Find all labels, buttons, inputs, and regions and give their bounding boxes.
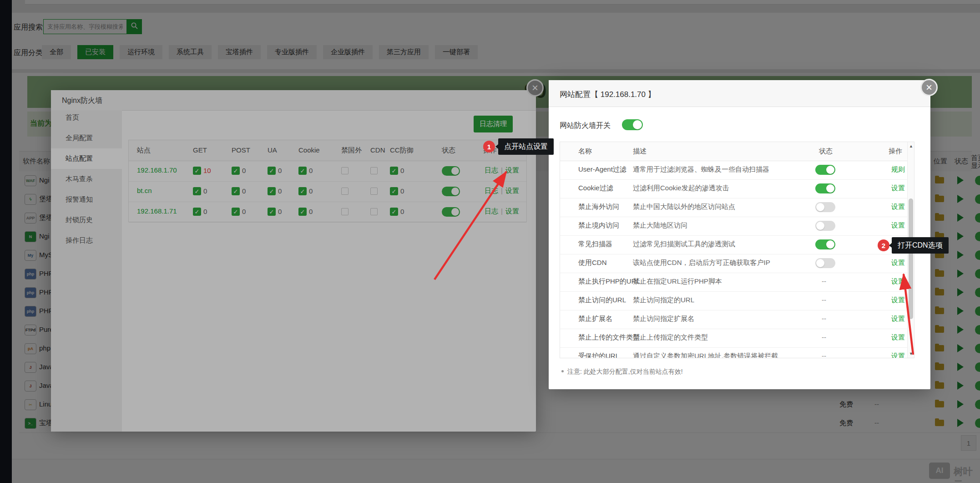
- rule-state-none: --: [822, 315, 826, 322]
- rule-name: 禁止海外访问: [578, 203, 619, 211]
- site-rules-table: 名称 描述 状态 操作 User-Agent过滤通常用于过滤浏览器、蜘蛛及一些自…: [560, 142, 914, 358]
- rule-description: 过滤利用Cookie发起的渗透攻击: [633, 184, 729, 193]
- settings-link[interactable]: 设置: [891, 296, 905, 304]
- rule-name: Cookie过滤: [578, 184, 613, 193]
- rule-description: 禁止大陆地区访问: [633, 221, 687, 230]
- rule-description: 通过自定义参数加密URL地址,参数错误将被拦截: [633, 352, 778, 358]
- settings-link[interactable]: 设置: [891, 333, 905, 341]
- rule-description: 通常用于过滤浏览器、蜘蛛及一些自动扫描器: [633, 165, 769, 174]
- rule-description: 禁止在指定URL运行PHP脚本: [633, 277, 722, 286]
- close-icon: ×: [926, 82, 932, 93]
- col-action-header: 操作: [889, 147, 902, 156]
- site-firewall-switch-label: 网站防火墙开关: [560, 121, 611, 131]
- bt-panel-app-store-page: { "colors": { "primary_green": "#20a53a"…: [0, 0, 980, 483]
- col-status-header: 状态: [819, 147, 833, 156]
- scroll-down-icon[interactable]: ▼: [908, 351, 914, 357]
- rule-row: 使用CDN该站点使用CDN，启动后方可正确获取客户IP设置: [560, 254, 914, 273]
- rule-toggle[interactable]: [815, 202, 835, 212]
- rule-action: 设置: [874, 277, 905, 286]
- site-modal-close-button[interactable]: ×: [920, 79, 938, 96]
- rule-name: 禁止访问的URL: [578, 296, 626, 305]
- settings-link[interactable]: 设置: [891, 352, 905, 358]
- rule-description: 过滤常见扫描测试工具的渗透测试: [633, 240, 735, 249]
- rule-action: 规则: [874, 165, 905, 174]
- rule-name: 禁止上传的文件类型: [578, 333, 640, 342]
- rule-row: 禁止扩展名禁止访问指定扩展名--设置: [560, 310, 914, 329]
- rule-row: 受保护的URL通过自定义参数加密URL地址,参数错误将被拦截--设置: [560, 347, 914, 358]
- rule-action: 设置: [874, 184, 905, 193]
- scroll-up-icon[interactable]: ▲: [908, 143, 914, 149]
- rule-name: 禁止执行PHP的URL: [578, 277, 640, 286]
- col-desc-header: 描述: [633, 147, 647, 156]
- site-config-note: 注意: 此处大部分配置,仅对当前站点有效!: [561, 368, 683, 376]
- rule-toggle[interactable]: [815, 258, 835, 268]
- rule-row: 禁止上传的文件类型禁止上传指定的文件类型--设置: [560, 329, 914, 348]
- rule-row: 禁止海外访问禁止中国大陆以外的地区访问站点设置: [560, 198, 914, 217]
- rule-row: User-Agent过滤通常用于过滤浏览器、蜘蛛及一些自动扫描器规则: [560, 161, 914, 180]
- settings-link[interactable]: 设置: [891, 259, 905, 266]
- rules-link[interactable]: 规则: [891, 165, 905, 173]
- rule-toggle[interactable]: [815, 239, 835, 249]
- rule-name: 受保护的URL: [578, 352, 619, 358]
- rule-toggle[interactable]: [815, 165, 835, 175]
- rule-state-none: --: [822, 277, 826, 285]
- settings-link[interactable]: 设置: [891, 277, 905, 285]
- rule-action: 设置: [874, 352, 905, 358]
- rule-row: 常见扫描器过滤常见扫描测试工具的渗透测试设置: [560, 235, 914, 254]
- scrollbar-thumb[interactable]: [909, 198, 913, 319]
- rule-state-none: --: [822, 333, 826, 341]
- rule-row: Cookie过滤过滤利用Cookie发起的渗透攻击设置: [560, 179, 914, 198]
- settings-link[interactable]: 设置: [891, 184, 905, 192]
- rule-row: 禁止执行PHP的URL禁止在指定URL运行PHP脚本--设置: [560, 273, 914, 292]
- rule-name: 使用CDN: [578, 259, 607, 267]
- site-firewall-switch-toggle[interactable]: [622, 119, 643, 130]
- rule-action: 设置: [874, 259, 905, 267]
- site-modal-title: 网站配置【 192.168.1.70 】: [560, 89, 656, 100]
- settings-link[interactable]: 设置: [891, 315, 905, 322]
- rule-name: 常见扫描器: [578, 240, 612, 249]
- rule-name: User-Agent过滤: [578, 165, 626, 174]
- col-name-header: 名称: [578, 147, 592, 156]
- table-scrollbar[interactable]: ▲ ▼: [907, 142, 914, 358]
- rule-description: 禁止访问指定的URL: [633, 296, 694, 305]
- site-config-modal: 网站配置【 192.168.1.70 】 × 网站防火墙开关 名称 描述 状态 …: [549, 80, 930, 389]
- rule-description: 禁止访问指定扩展名: [633, 315, 694, 323]
- rule-state-none: --: [822, 352, 826, 358]
- rule-row: 禁止境内访问禁止大陆地区访问设置: [560, 217, 914, 236]
- settings-link[interactable]: 设置: [891, 203, 905, 210]
- site-modal-header: 网站配置【 192.168.1.70 】: [549, 80, 930, 107]
- rule-toggle[interactable]: [815, 183, 835, 193]
- rule-row: 禁止访问的URL禁止访问指定的URL--设置: [560, 291, 914, 310]
- rule-action: 设置: [874, 240, 905, 249]
- rule-action: 设置: [874, 315, 905, 323]
- rule-description: 该站点使用CDN，启动后方可正确获取客户IP: [633, 259, 770, 267]
- settings-link[interactable]: 设置: [891, 240, 905, 248]
- rule-toggle[interactable]: [815, 221, 835, 231]
- rule-action: 设置: [874, 333, 905, 342]
- rule-state-none: --: [822, 296, 826, 304]
- rule-description: 禁止上传指定的文件类型: [633, 333, 708, 342]
- settings-link[interactable]: 设置: [891, 221, 905, 229]
- site-rules-table-header: 名称 描述 状态 操作: [560, 142, 914, 161]
- rule-action: 设置: [874, 203, 905, 211]
- rule-description: 禁止中国大陆以外的地区访问站点: [633, 203, 735, 211]
- rule-action: 设置: [874, 296, 905, 305]
- rule-name: 禁止扩展名: [578, 315, 612, 323]
- rule-name: 禁止境内访问: [578, 221, 619, 230]
- rule-action: 设置: [874, 221, 905, 230]
